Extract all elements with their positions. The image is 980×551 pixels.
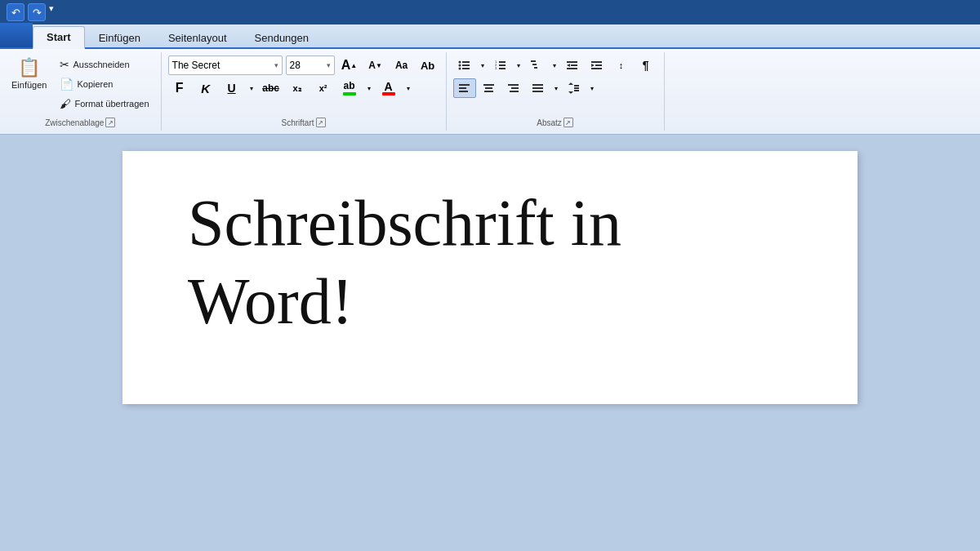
align-right-button[interactable] [502, 78, 525, 98]
tab-seitenlayout[interactable]: Seitenlayout [154, 26, 241, 49]
tab-sendungen[interactable]: Sendungen [241, 26, 323, 49]
font-section: The Secret ▾ 28 ▾ A▲ A▼ Aa Ab F K U ▾ ab… [162, 52, 447, 131]
change-case-button[interactable]: Aa [390, 56, 413, 75]
svg-point-0 [458, 61, 461, 64]
font-color-dropdown[interactable]: ▾ [403, 78, 413, 98]
increase-indent-icon [590, 59, 604, 72]
svg-rect-17 [571, 64, 577, 66]
underline-button[interactable]: U [220, 78, 243, 98]
document-page[interactable]: Schreibschrift in Word! [122, 151, 858, 404]
font-color-bar [382, 92, 395, 96]
font-grow-button[interactable]: A▲ [338, 56, 361, 75]
align-center-icon [483, 82, 496, 95]
multilevel-dropdown[interactable]: ▾ [550, 56, 559, 75]
format-painter-label: Format übertragen [74, 99, 149, 109]
bullets-dropdown[interactable]: ▾ [478, 56, 488, 75]
decrease-indent-icon [566, 59, 579, 72]
svg-rect-14 [534, 67, 537, 69]
document-text[interactable]: Schreibschrift in Word! [188, 184, 792, 340]
line-spacing-button[interactable] [563, 78, 586, 98]
clipboard-expand[interactable]: ↗ [105, 118, 115, 127]
bullets-button[interactable] [453, 56, 476, 75]
align-center-button[interactable] [478, 78, 501, 98]
align-left-icon [458, 82, 471, 95]
highlight-icon: ab [344, 80, 355, 91]
font-name-dropdown[interactable]: The Secret ▾ [168, 56, 283, 75]
increase-indent-button[interactable] [586, 56, 608, 75]
svg-rect-30 [511, 87, 519, 89]
font-row1: The Secret ▾ 28 ▾ A▲ A▼ Aa Ab [168, 56, 439, 75]
svg-point-4 [458, 68, 461, 70]
office-button[interactable] [0, 23, 33, 47]
sort-button[interactable]: ↕ [610, 56, 633, 75]
svg-marker-20 [591, 64, 595, 67]
font-shrink-button[interactable]: A▼ [364, 56, 387, 75]
redo-button[interactable]: ↷ [28, 3, 46, 21]
svg-marker-16 [567, 64, 570, 67]
ribbon: 📋 Einfügen ✂ Ausschneiden 📄 Kopieren 🖌 F… [0, 49, 980, 135]
text-highlight-button[interactable]: ab [338, 78, 361, 98]
svg-rect-19 [591, 61, 602, 63]
format-painter-button[interactable]: 🖌 Format übertragen [55, 95, 154, 113]
show-marks-button[interactable]: ¶ [635, 56, 657, 75]
clipboard-label: Zwischenablage ↗ [0, 116, 161, 127]
font-color-button[interactable]: A [377, 78, 400, 98]
svg-rect-3 [462, 64, 470, 66]
subscript-button[interactable]: x₂ [286, 78, 309, 98]
svg-rect-27 [485, 87, 492, 89]
svg-rect-9 [499, 64, 506, 66]
cut-button[interactable]: ✂ Ausschneiden [55, 56, 154, 73]
paragraph-expand[interactable]: ↗ [564, 118, 573, 127]
tab-start[interactable]: Start [33, 26, 85, 49]
quick-access-arrow[interactable]: ▾ [49, 3, 62, 21]
font-name-arrow: ▾ [274, 61, 278, 69]
superscript-button[interactable]: x² [312, 78, 335, 98]
svg-rect-11 [499, 68, 506, 69]
paragraph-label: Absatz ↗ [447, 116, 664, 127]
svg-rect-7 [499, 61, 506, 63]
paste-button[interactable]: 📋 Einfügen [7, 54, 51, 93]
decrease-indent-button[interactable] [561, 56, 584, 75]
undo-button[interactable]: ↶ [7, 3, 24, 21]
copy-button[interactable]: 📄 Kopieren [55, 75, 154, 93]
svg-rect-1 [462, 61, 470, 63]
bold-button[interactable]: F [168, 78, 191, 98]
cut-label: Ausschneiden [73, 60, 129, 69]
svg-rect-21 [595, 64, 602, 66]
font-name-value: The Secret [172, 60, 273, 71]
clipboard-section: 📋 Einfügen ✂ Ausschneiden 📄 Kopieren 🖌 F… [0, 52, 162, 131]
font-color-icon: A [384, 80, 392, 93]
svg-rect-15 [567, 61, 577, 63]
font-shrink-icon: A [368, 60, 376, 71]
strikethrough-button[interactable]: abc [260, 78, 283, 98]
align-left-button[interactable] [453, 78, 476, 98]
svg-rect-32 [532, 84, 543, 86]
svg-rect-31 [510, 91, 519, 92]
svg-rect-34 [532, 91, 543, 92]
justify-button[interactable] [527, 78, 550, 98]
numbering-dropdown[interactable]: ▾ [514, 56, 523, 75]
para-row2: ▾ ▾ [453, 78, 657, 98]
svg-marker-35 [568, 82, 573, 85]
multilevel-button[interactable] [525, 56, 548, 75]
underline-dropdown[interactable]: ▾ [247, 78, 256, 98]
svg-rect-5 [462, 68, 470, 69]
line-spacing-icon [568, 82, 581, 95]
svg-rect-24 [459, 87, 466, 89]
clear-formatting-button[interactable]: Ab [416, 56, 439, 75]
tab-einfuegen[interactable]: Einfügen [85, 26, 154, 49]
font-size-dropdown[interactable]: 28 ▾ [286, 56, 335, 75]
svg-rect-13 [532, 64, 537, 65]
svg-text:3.: 3. [495, 66, 497, 70]
align-dropdown[interactable]: ▾ [551, 78, 561, 98]
italic-button[interactable]: K [194, 78, 217, 98]
format-painter-icon: 🖌 [60, 97, 71, 110]
bullets-icon [458, 59, 471, 72]
svg-rect-12 [531, 60, 536, 62]
highlight-dropdown[interactable]: ▾ [364, 78, 374, 98]
svg-rect-38 [574, 87, 579, 89]
numbering-button[interactable]: 1.2.3. [489, 56, 512, 75]
svg-marker-36 [568, 91, 573, 94]
line-spacing-dropdown[interactable]: ▾ [587, 78, 597, 98]
font-expand[interactable]: ↗ [316, 118, 326, 127]
